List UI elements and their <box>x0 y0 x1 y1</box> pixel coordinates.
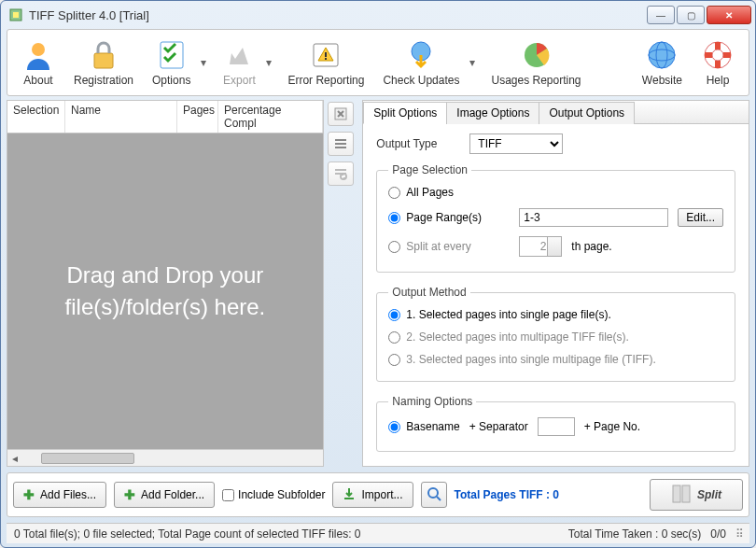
svg-point-27 <box>428 488 438 498</box>
file-list-body[interactable]: Drag and Drop your file(s)/folder(s) her… <box>7 133 324 467</box>
status-counter: 0/0 <box>710 527 726 541</box>
separator-input[interactable] <box>538 417 575 436</box>
pie-chart-icon <box>520 38 553 72</box>
svg-rect-6 <box>325 52 327 57</box>
usages-reporting-button[interactable]: Usages Reporting <box>483 34 589 91</box>
export-icon <box>222 38 256 72</box>
check-updates-button[interactable]: Check Updates <box>374 34 468 91</box>
svg-rect-3 <box>94 53 113 68</box>
svg-point-2 <box>32 43 45 56</box>
split-button[interactable]: Split <box>650 479 743 511</box>
page-selection-group: Page Selection All Pages Page Range(s) E… <box>376 163 735 273</box>
magnifier-icon <box>427 486 441 504</box>
about-button[interactable]: About <box>13 34 63 91</box>
lifebuoy-icon <box>701 38 735 72</box>
resize-grip-icon[interactable]: ⠿ <box>735 527 742 541</box>
plus-icon: ✚ <box>23 487 35 502</box>
tab-output-options[interactable]: Output Options <box>539 102 635 124</box>
list-button[interactable] <box>328 132 354 156</box>
col-percent[interactable]: Percentage Compl <box>218 101 323 133</box>
svg-rect-7 <box>325 58 327 60</box>
globe-icon <box>645 38 679 72</box>
svg-rect-18 <box>335 139 346 141</box>
all-pages-radio[interactable]: All Pages <box>388 186 454 199</box>
page-ranges-input[interactable] <box>519 208 668 227</box>
plus-pageno-label: + Page No. <box>584 420 640 433</box>
options-tabs: Split Options Image Options Output Optio… <box>363 101 749 124</box>
titlebar: TIFF Splitter 4.0 [Trial] — ▢ ✕ <box>1 1 755 29</box>
import-button[interactable]: Import... <box>332 482 413 508</box>
output-type-select[interactable]: TIFF <box>469 133 563 154</box>
th-page-label: th page. <box>571 240 611 253</box>
close-button[interactable]: ✕ <box>707 6 751 24</box>
window-title: TIFF Splitter 4.0 [Trial] <box>29 8 647 22</box>
main-content: Selection Name Pages Percentage Compl Dr… <box>7 100 749 467</box>
minimize-button[interactable]: — <box>647 6 675 24</box>
total-pages-label: Total Pages TIFF : 0 <box>455 488 559 501</box>
import-icon <box>343 487 356 503</box>
col-name[interactable]: Name <box>65 101 177 133</box>
page-selection-legend: Page Selection <box>388 163 471 176</box>
svg-rect-20 <box>335 147 346 148</box>
svg-point-10 <box>649 42 675 68</box>
output-method-1-radio[interactable]: 1. Selected pages into single page file(… <box>388 308 610 321</box>
export-dropdown-icon[interactable]: ▾ <box>266 56 277 69</box>
website-button[interactable]: Website <box>634 34 691 91</box>
action-bar: ✚Add Files... ✚Add Folder... Include Sub… <box>7 472 749 517</box>
lock-icon <box>87 38 120 72</box>
export-button[interactable]: Export <box>214 34 264 91</box>
globe-download-icon <box>404 38 438 72</box>
svg-rect-1 <box>13 12 19 18</box>
tab-image-options[interactable]: Image Options <box>446 102 539 124</box>
drop-hint-text: Drag and Drop your file(s)/folder(s) her… <box>7 133 323 449</box>
preview-button[interactable] <box>421 482 447 508</box>
horizontal-scrollbar[interactable]: ◂ <box>7 449 323 466</box>
plus-folder-icon: ✚ <box>124 487 135 502</box>
updates-dropdown-icon[interactable]: ▾ <box>469 56 481 69</box>
svg-rect-21 <box>335 169 346 171</box>
options-panel: Split Options Image Options Output Optio… <box>362 100 749 467</box>
clear-item-button[interactable] <box>328 102 354 126</box>
output-method-2-radio[interactable]: 2. Selected pages into multipage TIFF fi… <box>388 330 629 344</box>
help-button[interactable]: Help <box>693 34 743 91</box>
col-pages[interactable]: Pages <box>177 101 218 133</box>
user-icon <box>21 38 55 72</box>
svg-rect-30 <box>682 485 690 502</box>
naming-options-group: Naming Options Basename + Separator + Pa… <box>376 395 735 452</box>
registration-button[interactable]: Registration <box>65 34 142 91</box>
basename-radio[interactable]: Basename <box>388 420 459 433</box>
split-icon <box>671 484 692 507</box>
col-selection[interactable]: Selection <box>7 101 65 133</box>
error-reporting-button[interactable]: Error Reporting <box>279 34 372 91</box>
svg-line-28 <box>437 497 441 500</box>
naming-options-legend: Naming Options <box>388 395 476 408</box>
output-method-group: Output Method 1. Selected pages into sin… <box>376 286 735 382</box>
options-button[interactable]: Options <box>144 34 199 91</box>
svg-rect-26 <box>344 498 354 499</box>
output-method-3-radio[interactable]: 3. Selected pages into single multipage … <box>388 353 655 366</box>
options-dropdown-icon[interactable]: ▾ <box>201 56 212 69</box>
svg-rect-29 <box>673 485 680 502</box>
split-every-spinner[interactable]: 2 <box>519 236 562 257</box>
status-bar: 0 Total file(s); 0 file selected; Total … <box>7 523 749 543</box>
svg-rect-19 <box>335 143 346 145</box>
output-method-legend: Output Method <box>388 286 469 299</box>
add-files-button[interactable]: ✚Add Files... <box>13 482 106 508</box>
add-folder-button[interactable]: ✚Add Folder... <box>114 482 215 508</box>
remove-item-button[interactable] <box>328 162 354 186</box>
tab-split-options[interactable]: Split Options <box>363 102 447 124</box>
list-actions-column <box>328 100 358 467</box>
split-at-every-radio[interactable]: Split at every <box>388 240 510 253</box>
maximize-button[interactable]: ▢ <box>677 6 705 24</box>
page-ranges-radio[interactable]: Page Range(s) <box>388 211 510 224</box>
output-type-label: Output Type <box>376 137 460 150</box>
warning-icon <box>309 38 343 72</box>
app-window: TIFF Splitter 4.0 [Trial] — ▢ ✕ About Re… <box>0 0 756 548</box>
svg-point-14 <box>712 49 723 61</box>
options-icon <box>155 38 189 72</box>
plus-separator-label: + Separator <box>469 420 528 433</box>
app-icon <box>8 7 23 22</box>
include-subfolder-checkbox[interactable]: Include Subfolder <box>222 488 325 501</box>
main-toolbar: About Registration Options ▾ Export ▾ Er… <box>7 29 749 96</box>
edit-ranges-button[interactable]: Edit... <box>678 208 723 227</box>
